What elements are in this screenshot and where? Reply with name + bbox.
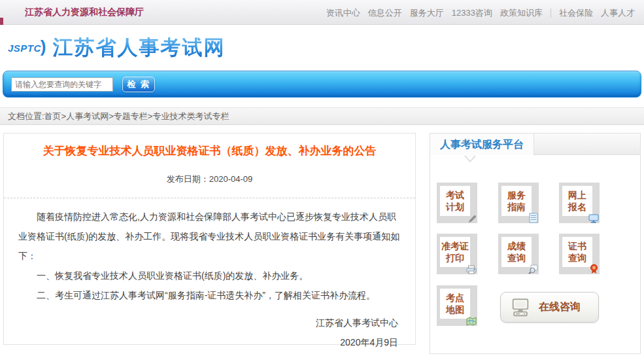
monitor-icon xyxy=(588,214,599,223)
jsptc-logo-text: JSPTC xyxy=(8,43,41,54)
page: 江苏省人力资源和社会保障厅 资讯中心 信息公开 服务大厅 12333咨询 政策知… xyxy=(0,0,644,358)
paragraph: 一、恢复我省专业技术人员职业资格证书(纸质)的发放、补办业务。 xyxy=(18,266,401,285)
tile-exam-plan[interactable]: 考试 计划 xyxy=(437,183,477,223)
printer-icon xyxy=(466,265,477,274)
tab-pointer xyxy=(465,155,475,161)
paragraph: 随着疫情防控进入常态化,人力资源和社会保障部人事考试中心已逐步恢复专业技术人员职… xyxy=(18,207,401,266)
article-panel: 关于恢复专业技术人员职业资格证书（纸质）发放、补办业务的公告 发布日期：2020… xyxy=(3,133,416,345)
publish-date: 发布日期：2020-04-09 xyxy=(4,173,415,185)
site-logo[interactable]: JSPTC ) 江苏省人事考试网 xyxy=(8,34,226,62)
top-government-bar: 江苏省人力资源和社会保障厅 资讯中心 信息公开 服务大厅 12333咨询 政策知… xyxy=(0,0,644,25)
signature-org: 江苏省人事考试中心 xyxy=(4,313,398,332)
online-consult-button[interactable]: 在线咨询 xyxy=(500,292,599,323)
computer-icon xyxy=(509,298,532,317)
document-icon xyxy=(529,213,538,223)
tile-admission-ticket-print[interactable]: 准考证 打印 xyxy=(437,234,477,274)
online-consult-label: 在线咨询 xyxy=(539,300,581,314)
article-body: 随着疫情防控进入常态化,人力资源和社会保障部人事考试中心已逐步恢复专业技术人员职… xyxy=(4,198,415,305)
site-title: 江苏省人事考试网 xyxy=(53,34,226,62)
signature-block: 江苏省人事考试中心 2020年4月9日 xyxy=(4,313,415,352)
article-title: 关于恢复专业技术人员职业资格证书（纸质）发放、补办业务的公告 xyxy=(4,143,415,159)
divider xyxy=(551,9,551,18)
link-news-center[interactable]: 资讯中心 xyxy=(326,7,360,19)
paragraph: 二、考生可通过江苏人事考试网“服务指南-证书遗失补办”，了解相关证书补办流程。 xyxy=(18,285,401,305)
sidebar-tab-bar: 人事考试服务平台 xyxy=(430,133,641,155)
tile-certificate-inquiry[interactable]: 证书 查询 xyxy=(559,234,600,274)
topbar-links: 资讯中心 信息公开 服务大厅 12333咨询 政策知识库 社会保险 人事人才 xyxy=(318,7,635,19)
tile-online-registration[interactable]: 网上 报名 xyxy=(559,183,600,223)
breadcrumb[interactable]: 文档位置:首页>人事考试网>专题专栏>专业技术类考试专栏 xyxy=(0,107,644,125)
tile-score-inquiry[interactable]: 成绩 查询 xyxy=(498,234,539,274)
link-personnel-talent[interactable]: 人事人才 xyxy=(601,7,635,19)
search-input[interactable] xyxy=(11,77,113,92)
tile-exam-site-map[interactable]: 考点 地图 xyxy=(437,285,477,326)
magnifier-icon xyxy=(528,264,538,274)
signature-date: 2020年4月9日 xyxy=(4,332,398,352)
link-12333-consult[interactable]: 12333咨询 xyxy=(452,7,492,19)
pencil-icon xyxy=(468,215,477,223)
medal-icon xyxy=(589,264,599,274)
link-service-hall[interactable]: 服务大厅 xyxy=(410,7,444,19)
map-icon xyxy=(466,317,477,326)
tile-service-guide[interactable]: 服务 指南 xyxy=(498,183,539,223)
logo-swoosh-icon: ) xyxy=(41,37,46,57)
service-grid: 考试 计划 服务 指南 网上 报名 xyxy=(430,155,641,354)
link-policy-knowledge[interactable]: 政策知识库 xyxy=(500,7,543,19)
search-bar: 检 索 xyxy=(3,71,641,98)
tab-exam-service-platform[interactable]: 人事考试服务平台 xyxy=(430,133,534,156)
link-social-insurance[interactable]: 社会保险 xyxy=(559,7,593,19)
site-header: JSPTC ) 江苏省人事考试网 xyxy=(0,25,644,71)
service-sidebar: 人事考试服务平台 考试 计划 服务 指南 xyxy=(430,133,641,354)
search-button[interactable]: 检 索 xyxy=(122,77,155,92)
gov-site-name[interactable]: 江苏省人力资源和社会保障厅 xyxy=(25,7,144,18)
link-info-disclosure[interactable]: 信息公开 xyxy=(368,7,402,19)
